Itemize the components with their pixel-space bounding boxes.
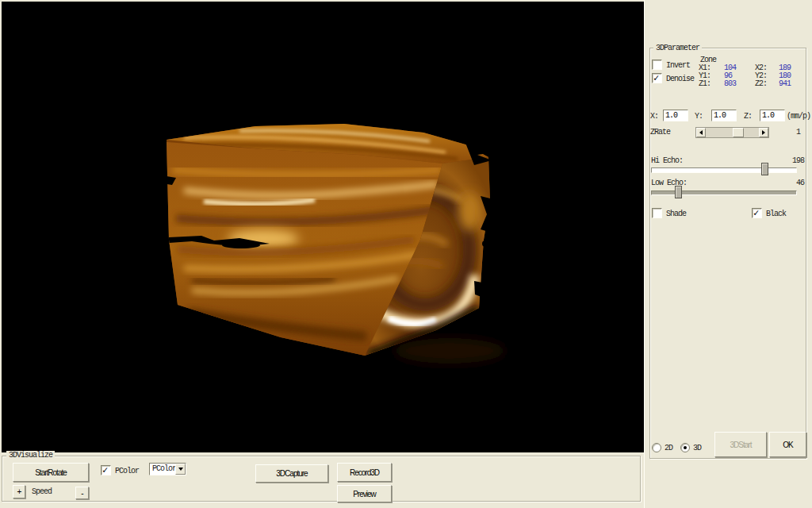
invert-checkbox[interactable] (652, 60, 662, 70)
visualize-group-title: 3DVisualize (6, 451, 55, 460)
low-echo-slider[interactable] (651, 186, 797, 198)
pcolor-checkbox[interactable] (101, 465, 111, 475)
3d-viewport[interactable] (2, 2, 644, 452)
scale-y-input[interactable] (711, 110, 737, 121)
scale-z-label: Z: (744, 112, 752, 121)
dropdown-arrow-icon[interactable] (175, 464, 186, 475)
low-echo-slider-track[interactable] (651, 190, 797, 195)
scroll-right-icon[interactable] (759, 128, 768, 137)
speed-label: Speed (32, 487, 52, 496)
invert-label: Invert (666, 61, 690, 70)
ok-button[interactable]: OK (769, 432, 806, 457)
scale-x-input[interactable] (663, 110, 688, 121)
app-window: 3DParameter Invert Denoise Zone X1: 104 … (0, 0, 812, 508)
scale-x-label: X: (650, 112, 658, 121)
mode-2d-radio[interactable] (652, 443, 661, 452)
scale-y-label: Y: (695, 112, 703, 121)
black-label: Black (766, 210, 786, 218)
3dstart-button[interactable]: 3DStart (714, 432, 767, 457)
zone-z1-value: 803 (724, 79, 736, 88)
low-echo-slider-thumb[interactable] (675, 186, 682, 198)
denoise-checkbox[interactable] (652, 73, 662, 83)
start-rotate-button[interactable]: StartRotate (13, 463, 89, 482)
volume-render-3d (2, 2, 644, 452)
scale-z-input[interactable] (760, 110, 785, 121)
zrate-label: ZRate (650, 128, 670, 137)
denoise-label: Denoise (666, 75, 694, 83)
black-checkbox[interactable] (752, 208, 762, 218)
shade-label: Shade (666, 210, 686, 218)
pcolor-label: PColor (115, 467, 139, 475)
hi-echo-slider[interactable] (651, 163, 797, 175)
zrate-scrollbar[interactable] (695, 127, 769, 138)
zrate-value: 1 (796, 128, 800, 137)
hi-echo-slider-thumb[interactable] (761, 163, 768, 175)
zone-z2-label: Z2: (755, 79, 767, 88)
pcolor-dropdown[interactable]: PColor (149, 463, 186, 475)
zrate-scrollbar-thumb[interactable] (733, 128, 744, 137)
speed-plus-button[interactable]: + (13, 485, 25, 498)
3dcapture-button[interactable]: 3DCapture (255, 464, 328, 483)
record3d-button[interactable]: Record3D (337, 463, 392, 482)
zone-z2-value: 941 (779, 79, 791, 88)
mode-3d-label: 3D (693, 444, 701, 452)
zone-z1-label: Z1: (699, 79, 710, 88)
scroll-left-icon[interactable] (696, 128, 706, 137)
preview-button[interactable]: Preview (337, 485, 392, 502)
speed-minus-button[interactable]: - (75, 487, 89, 499)
hi-echo-slider-track[interactable] (651, 167, 797, 173)
shade-checkbox[interactable] (652, 208, 662, 218)
mode-2d-label: 2D (665, 444, 672, 452)
mode-3d-radio[interactable] (680, 443, 690, 452)
parameter-group-title: 3DParameter (653, 44, 702, 52)
pcolor-dropdown-value: PColor (152, 464, 176, 474)
scale-unit-label: (mm/p) (787, 112, 810, 121)
